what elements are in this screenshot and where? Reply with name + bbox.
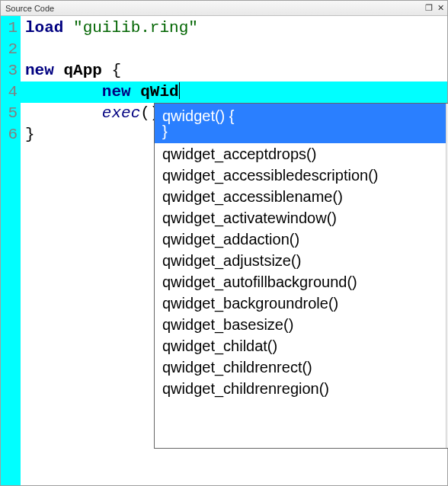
titlebar: Source Code ❐ ✕ (1, 1, 447, 16)
code-area[interactable]: load "guilib.ring" new qApp { new qWid e… (21, 16, 447, 485)
autocomplete-item[interactable]: qwidget_backgroundrole() (155, 293, 446, 314)
autocomplete-item[interactable]: qwidget_adjustsize() (155, 250, 446, 271)
code-line[interactable]: load "guilib.ring" (25, 18, 447, 39)
line-gutter: 1 2 3 4 5 6 (1, 16, 21, 485)
line-number: 3 (1, 60, 18, 82)
text-caret (179, 82, 180, 99)
restore-icon[interactable]: ❐ (425, 4, 433, 12)
line-number: 6 (1, 124, 18, 145)
line-number: 1 (1, 18, 18, 39)
code-line[interactable]: new qWid (25, 82, 447, 103)
code-line[interactable]: new qApp { (25, 60, 447, 82)
code-line[interactable] (25, 39, 447, 60)
code-editor[interactable]: 1 2 3 4 5 6 load "guilib.ring" new qApp … (1, 16, 447, 485)
line-number: 4 (1, 82, 18, 103)
autocomplete-item[interactable]: qwidget_addaction() (155, 229, 446, 250)
panel-title: Source Code (5, 4, 54, 13)
autocomplete-item[interactable]: qwidget_activatewindow() (155, 207, 446, 229)
line-number: 2 (1, 39, 18, 60)
autocomplete-item[interactable]: qwidget_basesize() (155, 314, 446, 335)
line-number: 5 (1, 103, 18, 124)
autocomplete-popup[interactable]: qwidget() { } qwidget_acceptdrops() qwid… (154, 103, 448, 449)
autocomplete-item[interactable]: qwidget_childrenregion() (155, 378, 446, 399)
autocomplete-list[interactable]: qwidget() { } qwidget_acceptdrops() qwid… (155, 104, 446, 448)
autocomplete-item[interactable]: qwidget_childat() (155, 335, 446, 357)
autocomplete-item[interactable]: qwidget_accessibledescription() (155, 165, 446, 186)
window-controls: ❐ ✕ (425, 4, 444, 12)
autocomplete-item[interactable]: qwidget_childrenrect() (155, 357, 446, 378)
autocomplete-item[interactable]: qwidget_accessiblename() (155, 186, 446, 207)
autocomplete-item[interactable]: qwidget_acceptdrops() (155, 143, 446, 165)
autocomplete-item[interactable]: qwidget() { } (155, 104, 446, 143)
autocomplete-item[interactable]: qwidget_autofillbackground() (155, 271, 446, 293)
close-icon[interactable]: ✕ (437, 4, 444, 12)
source-code-panel: Source Code ❐ ✕ 1 2 3 4 5 6 load "guilib… (0, 0, 448, 486)
